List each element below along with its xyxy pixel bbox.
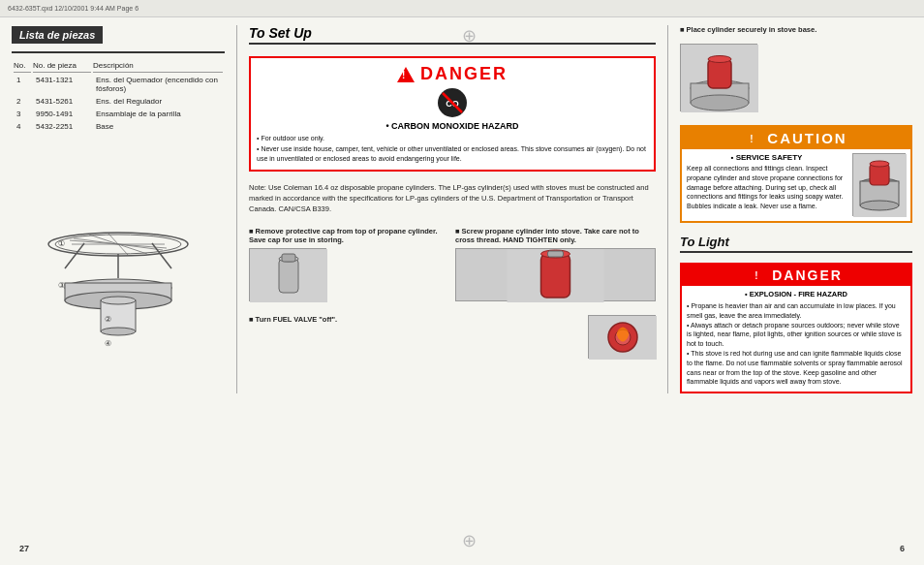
svg-rect-38 — [708, 59, 731, 88]
co-bullet-1: • For outdoor use only. — [257, 134, 648, 143]
crosshair-bottom: ⊕ — [462, 530, 477, 551]
diagram-area: ① ③ ② ④ — [12, 143, 225, 393]
caution-text-block: • SERVICE SAFETY Keep all connections an… — [687, 153, 847, 211]
caution-header: CAUTION — [682, 127, 910, 149]
burner-svg: ① ③ ② ④ — [31, 186, 205, 351]
table-row: 45432-2251Base — [14, 121, 223, 132]
danger-triangle-2-icon — [750, 267, 767, 283]
divider-left-middle — [236, 25, 237, 393]
file-info: 6432-635T.qxd 12/10/2001 9:44 AM Page 6 — [8, 5, 139, 12]
caution-body: • SERVICE SAFETY Keep all connections an… — [687, 153, 906, 216]
crosshair-top: ⊕ — [462, 25, 477, 47]
danger-box-co: DANGER CO • CARBON MONOXIDE HAZARD • For… — [249, 56, 656, 172]
svg-line-7 — [65, 243, 84, 268]
svg-point-45 — [870, 161, 889, 167]
right-panel: ■ Place cylinder securely in stove base. — [680, 25, 912, 393]
co-bullet-2: • Never use inside house, camper, tent, … — [257, 144, 648, 164]
step1-label: ■ Remove protective cap from top of prop… — [249, 227, 449, 244]
remove-cap-image — [249, 248, 326, 301]
table-row: 15431-1321Ens. del Quemador (encendido c… — [14, 75, 223, 94]
svg-rect-24 — [279, 259, 298, 293]
col-part-no: No. de pieza — [33, 61, 91, 73]
svg-point-39 — [708, 56, 731, 63]
caution-subtitle: • SERVICE SAFETY — [687, 153, 847, 162]
svg-text:①: ① — [58, 239, 65, 248]
svg-line-8 — [152, 243, 171, 268]
col-desc: Descripción — [93, 61, 223, 73]
step4-label: ■ Place cylinder securely in stove base. — [680, 25, 912, 34]
step2-label: ■ Screw propane cylinder into stove. Tak… — [455, 227, 656, 244]
danger-box-explosion: DANGER • EXPLOSION - FIRE HAZARD • Propa… — [680, 263, 912, 393]
danger-triangle-icon — [397, 67, 415, 82]
explosion-hazard-label: • EXPLOSION - FIRE HAZARD — [687, 290, 906, 298]
divider-middle-right — [667, 25, 668, 393]
caution-text: Keep all connections and fittings clean.… — [687, 164, 847, 211]
to-light-title: To Light — [680, 235, 912, 253]
co-hazard-text: • For outdoor use only. • Never use insi… — [257, 134, 648, 163]
parts-table: No. No. de pieza Descripción 15431-1321E… — [12, 59, 225, 134]
danger-header-2: DANGER — [682, 265, 910, 286]
exp-bullet-1: • Propane is heavier than air and can ac… — [687, 301, 906, 321]
screw-cylinder-image — [455, 248, 656, 301]
svg-text:③: ③ — [58, 281, 65, 290]
danger-title-2: DANGER — [772, 267, 843, 283]
explosion-text: • Propane is heavier than air and can ac… — [687, 301, 906, 387]
exp-bullet-3: • This stove is red hot during use and c… — [687, 349, 906, 387]
svg-point-37 — [691, 95, 749, 110]
page-number-right: 6 — [900, 544, 905, 553]
caution-box: CAUTION • SERVICE SAFETY Keep all connec… — [680, 125, 912, 223]
step3-row: ■ Turn FUEL VALVE "off". — [249, 315, 656, 359]
table-row: 39950-1491Ensamblaje de la parrilla — [14, 109, 223, 119]
svg-rect-28 — [541, 254, 570, 298]
left-panel: Lista de piezas No. No. de pieza Descrip… — [12, 25, 225, 393]
fuel-valve-image — [588, 315, 656, 359]
svg-text:④: ④ — [105, 339, 111, 348]
step4-area — [680, 44, 912, 111]
top-bar: 6432-635T.qxd 12/10/2001 9:44 AM Page 6 — [0, 0, 924, 17]
caution-title: CAUTION — [767, 130, 847, 146]
svg-point-14 — [101, 297, 136, 304]
stove-cylinder-image — [680, 44, 757, 111]
co-icon: CO — [438, 88, 467, 117]
svg-rect-26 — [282, 254, 295, 262]
page-number-left: 27 — [19, 544, 29, 553]
danger-header: DANGER — [257, 64, 648, 84]
co-hazard-label: • CARBON MONOXIDE HAZARD — [257, 121, 648, 131]
middle-panel: To Set Up DANGER CO • CARBON MONOXIDE HA… — [249, 25, 656, 393]
main-content: Lista de piezas No. No. de pieza Descrip… — [0, 17, 924, 401]
table-row: 25431-5261Ens. del Regulador — [14, 96, 223, 107]
svg-point-15 — [101, 328, 136, 335]
step3-label: ■ Turn FUEL VALVE "off". — [249, 315, 582, 324]
svg-text:②: ② — [105, 315, 111, 324]
steps-row: ■ Remove protective cap from top of prop… — [249, 227, 656, 301]
caution-triangle-icon — [745, 131, 762, 146]
note-text: Note: Use Coleman 16.4 oz disposable pro… — [249, 183, 656, 215]
caution-stove-image — [852, 153, 906, 216]
exp-bullet-2: • Always attach or detach propane source… — [687, 321, 906, 349]
lista-piezas-title: Lista de piezas — [12, 26, 103, 44]
step-remove-cap: ■ Remove protective cap from top of prop… — [249, 227, 449, 301]
to-set-up-title: To Set Up — [249, 25, 656, 45]
svg-point-43 — [860, 201, 899, 210]
col-no: No. — [14, 61, 31, 73]
svg-rect-30 — [548, 251, 564, 257]
step-screw-cylinder: ■ Screw propane cylinder into stove. Tak… — [455, 227, 656, 301]
danger-title: DANGER — [420, 64, 508, 84]
